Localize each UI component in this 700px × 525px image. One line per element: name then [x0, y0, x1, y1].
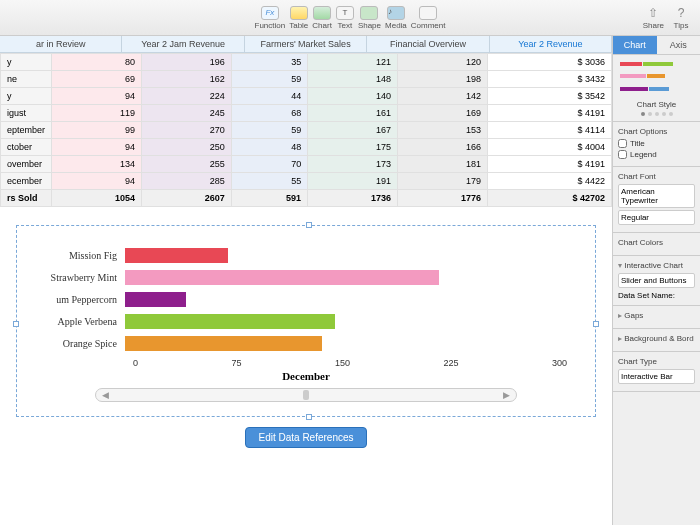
- row-header[interactable]: ovember: [1, 156, 52, 173]
- style-pager[interactable]: [618, 112, 695, 116]
- table-row[interactable]: y9422444140142$ 3542: [1, 88, 612, 105]
- cell[interactable]: 173: [308, 156, 398, 173]
- table-tool[interactable]: Table: [289, 6, 308, 30]
- cell[interactable]: 94: [52, 173, 142, 190]
- table-row[interactable]: ecember9428555191179$ 4422: [1, 173, 612, 190]
- comment-tool[interactable]: Comment: [411, 6, 446, 30]
- font-family-select[interactable]: American Typewriter: [618, 184, 695, 208]
- cell[interactable]: 169: [398, 105, 488, 122]
- cell[interactable]: 99: [52, 122, 142, 139]
- cell[interactable]: 69: [52, 71, 142, 88]
- cell[interactable]: 161: [308, 105, 398, 122]
- cell[interactable]: 140: [308, 88, 398, 105]
- table-total-row[interactable]: rs Sold1054260759117361776$ 42702: [1, 190, 612, 207]
- sheet-tab[interactable]: ar in Review: [0, 36, 122, 52]
- cell[interactable]: 175: [308, 139, 398, 156]
- background-border[interactable]: Background & Bord: [613, 329, 700, 352]
- sheet-tab[interactable]: Farmers' Market Sales: [245, 36, 367, 52]
- table-row[interactable]: y8019635121120$ 3036: [1, 54, 612, 71]
- table-row[interactable]: igust11924568161169$ 4191: [1, 105, 612, 122]
- table-row[interactable]: ne6916259148198$ 3432: [1, 71, 612, 88]
- row-header[interactable]: y: [1, 88, 52, 105]
- cell[interactable]: 198: [398, 71, 488, 88]
- cell[interactable]: 94: [52, 139, 142, 156]
- chart-tool[interactable]: Chart: [312, 6, 332, 30]
- bar[interactable]: [125, 248, 228, 263]
- bar[interactable]: [125, 270, 439, 285]
- cell[interactable]: 80: [52, 54, 142, 71]
- cell[interactable]: 181: [398, 156, 488, 173]
- cell[interactable]: 179: [398, 173, 488, 190]
- cell[interactable]: 148: [308, 71, 398, 88]
- font-style-select[interactable]: Regular: [618, 210, 695, 225]
- cell[interactable]: $ 4004: [487, 139, 611, 156]
- cell[interactable]: 142: [398, 88, 488, 105]
- row-header[interactable]: ecember: [1, 173, 52, 190]
- cell[interactable]: $ 3036: [487, 54, 611, 71]
- sheet-tab[interactable]: Year 2 Jam Revenue: [122, 36, 244, 52]
- text-tool[interactable]: TText: [336, 6, 354, 30]
- edit-data-references-button[interactable]: Edit Data References: [245, 427, 366, 448]
- cell[interactable]: 245: [141, 105, 231, 122]
- cell[interactable]: 59: [231, 122, 307, 139]
- share-tool[interactable]: ⇧Share: [643, 6, 664, 30]
- cell[interactable]: $ 4422: [487, 173, 611, 190]
- cell[interactable]: $ 4114: [487, 122, 611, 139]
- legend-checkbox[interactable]: Legend: [618, 150, 695, 159]
- gaps[interactable]: Gaps: [613, 306, 700, 329]
- bar[interactable]: [125, 314, 335, 329]
- cell[interactable]: 120: [398, 54, 488, 71]
- cell[interactable]: 70: [231, 156, 307, 173]
- cell[interactable]: 162: [141, 71, 231, 88]
- bar[interactable]: [125, 292, 186, 307]
- cell[interactable]: 255: [141, 156, 231, 173]
- cell[interactable]: 167: [308, 122, 398, 139]
- chart-type-select[interactable]: Interactive Bar: [618, 369, 695, 384]
- cell[interactable]: $ 3432: [487, 71, 611, 88]
- cell[interactable]: 196: [141, 54, 231, 71]
- cell[interactable]: 270: [141, 122, 231, 139]
- row-header[interactable]: ne: [1, 71, 52, 88]
- chart-container[interactable]: Mission FigStrawberry Mintum PeppercornA…: [16, 225, 596, 417]
- cell[interactable]: 94: [52, 88, 142, 105]
- cell[interactable]: $ 4191: [487, 105, 611, 122]
- interactive-label[interactable]: Interactive Chart: [618, 261, 695, 270]
- cell[interactable]: 285: [141, 173, 231, 190]
- slider-knob[interactable]: [303, 390, 309, 400]
- cell[interactable]: $ 4191: [487, 156, 611, 173]
- slider-right-icon[interactable]: ▶: [503, 390, 510, 400]
- data-table[interactable]: y8019635121120$ 3036ne6916259148198$ 343…: [0, 53, 612, 207]
- tab-chart[interactable]: Chart: [613, 36, 657, 54]
- cell[interactable]: 250: [141, 139, 231, 156]
- chart-style-thumbs[interactable]: Chart Style: [613, 55, 700, 122]
- table-row[interactable]: ovember13425570173181$ 4191: [1, 156, 612, 173]
- cell[interactable]: 59: [231, 71, 307, 88]
- shape-tool[interactable]: Shape: [358, 6, 381, 30]
- cell[interactable]: 121: [308, 54, 398, 71]
- cell[interactable]: 153: [398, 122, 488, 139]
- sheet-tab[interactable]: Financial Overview: [367, 36, 489, 52]
- tab-axis[interactable]: Axis: [657, 36, 701, 54]
- bar[interactable]: [125, 336, 322, 351]
- cell[interactable]: 166: [398, 139, 488, 156]
- cell[interactable]: 134: [52, 156, 142, 173]
- row-header[interactable]: eptember: [1, 122, 52, 139]
- chart-slider[interactable]: ◀ ▶: [95, 388, 517, 402]
- cell[interactable]: 68: [231, 105, 307, 122]
- chart-colors[interactable]: Chart Colors: [613, 233, 700, 256]
- cell[interactable]: $ 3542: [487, 88, 611, 105]
- table-row[interactable]: eptember9927059167153$ 4114: [1, 122, 612, 139]
- sheet-tab-active[interactable]: Year 2 Revenue: [490, 36, 612, 52]
- cell[interactable]: 35: [231, 54, 307, 71]
- title-checkbox[interactable]: Title: [618, 139, 695, 148]
- row-header[interactable]: igust: [1, 105, 52, 122]
- media-tool[interactable]: ♪Media: [385, 6, 407, 30]
- cell[interactable]: 44: [231, 88, 307, 105]
- tips-tool[interactable]: ?Tips: [672, 6, 690, 30]
- slider-left-icon[interactable]: ◀: [102, 390, 109, 400]
- row-header[interactable]: y: [1, 54, 52, 71]
- cell[interactable]: 191: [308, 173, 398, 190]
- table-row[interactable]: ctober9425048175166$ 4004: [1, 139, 612, 156]
- function-tool[interactable]: FxFunction: [255, 6, 286, 30]
- cell[interactable]: 224: [141, 88, 231, 105]
